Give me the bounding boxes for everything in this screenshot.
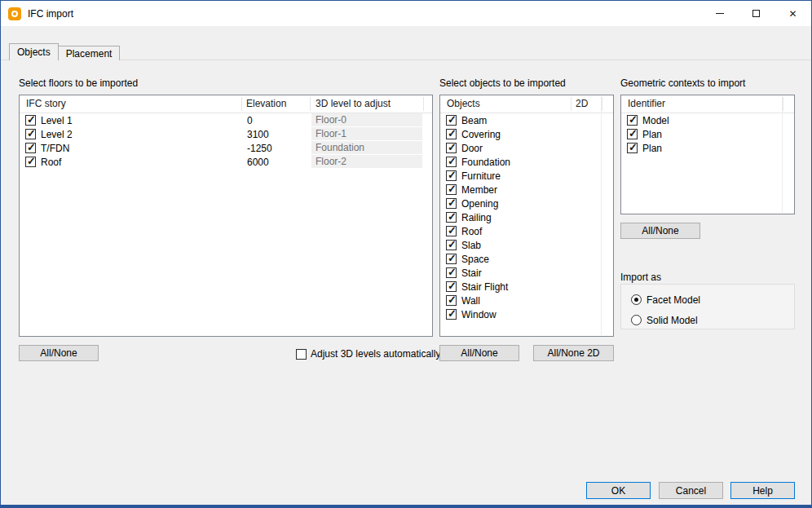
floors-table: IFC story Elevation 3D level to adjust L… (19, 95, 433, 337)
floor-3d-level-cell: Floor-0 (311, 113, 422, 126)
object-label: Wall (461, 295, 480, 307)
object-row[interactable]: Beam (440, 113, 613, 127)
tab-placement[interactable]: Placement (58, 46, 121, 60)
floor-row[interactable]: T/FDN-1250Foundation (20, 141, 432, 155)
floor-3d-level-cell: Floor-2 (311, 155, 422, 168)
object-label: Covering (461, 129, 501, 140)
cancel-button[interactable]: Cancel (659, 482, 723, 499)
objects-table-header: Objects 2D (440, 95, 613, 113)
object-row[interactable]: Foundation (440, 155, 613, 169)
object-checkbox[interactable] (446, 129, 457, 139)
object-checkbox[interactable] (446, 143, 457, 153)
import-as-option[interactable]: Solid Model (631, 314, 794, 326)
floor-story-label: Level 2 (41, 129, 73, 140)
floor-story-label: Roof (41, 157, 61, 168)
column-header-elevation[interactable]: Elevation (246, 98, 286, 109)
maximize-button[interactable] (738, 1, 774, 26)
object-row[interactable]: Stair Flight (440, 280, 613, 294)
import-as-group: Facet ModelSolid Model (620, 284, 795, 329)
import-as-option-label: Solid Model (647, 315, 698, 326)
object-row[interactable]: Furniture (440, 169, 613, 183)
context-row[interactable]: Plan (621, 141, 794, 155)
context-checkbox[interactable] (627, 129, 638, 139)
column-header-objects[interactable]: Objects (447, 98, 480, 109)
floor-row[interactable]: Roof6000Floor-2 (20, 155, 432, 169)
object-row[interactable]: Door (440, 141, 613, 155)
help-button[interactable]: Help (730, 482, 795, 499)
adjust-3d-levels-checkbox[interactable]: Adjust 3D levels automatically (296, 347, 440, 360)
floor-checkbox[interactable] (25, 129, 36, 139)
context-checkbox[interactable] (627, 143, 638, 153)
tab-objects[interactable]: Objects (9, 43, 59, 60)
radio-icon[interactable] (631, 294, 642, 305)
object-checkbox[interactable] (446, 184, 457, 195)
object-checkbox[interactable] (446, 157, 457, 167)
object-checkbox[interactable] (446, 226, 457, 236)
column-separator (571, 97, 571, 111)
close-button[interactable] (774, 1, 811, 26)
object-row[interactable]: Space (440, 252, 613, 266)
radio-icon[interactable] (631, 315, 642, 325)
object-checkbox[interactable] (446, 254, 457, 264)
column-separator (783, 97, 783, 111)
context-row[interactable]: Model (621, 113, 794, 127)
object-label: Stair Flight (461, 281, 508, 293)
floor-checkbox[interactable] (25, 143, 36, 153)
import-as-options: Facet ModelSolid Model (621, 285, 794, 326)
context-checkbox[interactable] (627, 115, 638, 126)
object-checkbox[interactable] (446, 295, 457, 306)
column-header-ifc-story[interactable]: IFC story (26, 98, 66, 109)
object-checkbox[interactable] (446, 115, 457, 126)
object-checkbox[interactable] (446, 170, 457, 181)
contexts-rows: ModelPlanPlan (621, 113, 794, 155)
object-row[interactable]: Slab (440, 238, 613, 252)
floor-checkbox[interactable] (25, 115, 36, 126)
context-label: Model (642, 115, 669, 126)
floor-story-label: Level 1 (41, 115, 73, 126)
object-row[interactable]: Wall (440, 294, 613, 307)
minimize-button[interactable] (701, 1, 738, 26)
column-separator (602, 97, 602, 111)
object-row[interactable]: Covering (440, 127, 613, 141)
minimize-icon (716, 13, 724, 14)
object-checkbox[interactable] (446, 198, 457, 209)
close-icon (788, 8, 797, 20)
object-label: Member (461, 184, 497, 196)
checkbox-icon[interactable] (296, 349, 307, 360)
object-checkbox[interactable] (446, 281, 457, 292)
floor-row[interactable]: Level 10Floor-0 (20, 113, 432, 127)
objects-all-none-2d-button[interactable]: All/None 2D (533, 345, 614, 361)
titlebar: IFC import (1, 1, 811, 26)
object-label: Beam (461, 115, 487, 126)
maximize-icon (752, 10, 760, 17)
import-as-option[interactable]: Facet Model (631, 294, 794, 306)
object-label: Railing (461, 212, 492, 223)
object-checkbox[interactable] (446, 240, 457, 250)
window-controls (701, 1, 811, 26)
contexts-table-header: Identifier (621, 95, 794, 113)
contexts-all-none-button[interactable]: All/None (620, 223, 700, 239)
floor-checkbox[interactable] (25, 157, 36, 167)
object-checkbox[interactable] (446, 309, 457, 320)
floor-row[interactable]: Level 23100Floor-1 (20, 127, 432, 141)
column-header-identifier[interactable]: Identifier (628, 98, 665, 109)
column-header-2d[interactable]: 2D (576, 98, 588, 109)
ok-button[interactable]: OK (586, 482, 651, 499)
object-row[interactable]: Window (440, 307, 613, 321)
import-as-option-label: Facet Model (647, 294, 700, 306)
object-checkbox[interactable] (446, 267, 457, 278)
object-row[interactable]: Member (440, 183, 613, 197)
object-row[interactable]: Stair (440, 266, 613, 280)
context-row[interactable]: Plan (621, 127, 794, 141)
object-checkbox[interactable] (446, 212, 457, 223)
object-row[interactable]: Roof (440, 224, 613, 238)
object-row[interactable]: Railing (440, 210, 613, 224)
floor-elevation-value: 3100 (247, 129, 269, 140)
ifc-import-dialog: IFC import Objects Placement Select floo… (0, 0, 812, 508)
object-row[interactable]: Opening (440, 197, 613, 210)
column-header-3d-level[interactable]: 3D level to adjust (316, 98, 391, 109)
objects-section-label: Select objects to be imported (439, 77, 566, 89)
floor-3d-level-cell: Foundation (311, 141, 422, 154)
objects-all-none-button[interactable]: All/None (439, 345, 519, 361)
floors-all-none-button[interactable]: All/None (19, 345, 99, 361)
